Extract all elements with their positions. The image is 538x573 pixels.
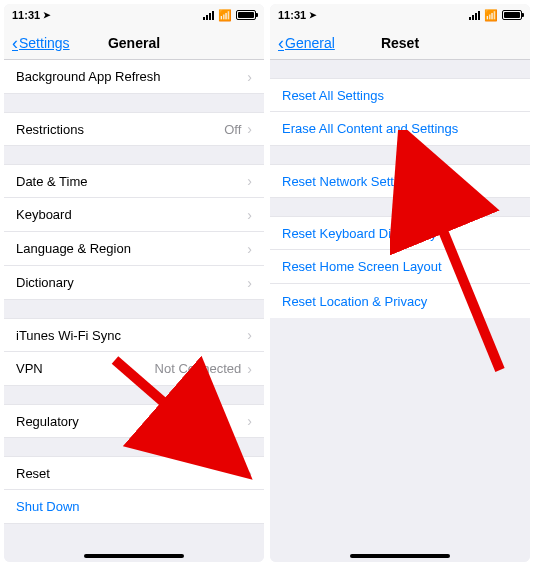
back-button-settings[interactable]: ‹ Settings: [12, 34, 70, 52]
back-label: General: [285, 35, 335, 51]
row-reset-all-settings[interactable]: Reset All Settings: [270, 78, 530, 112]
chevron-right-icon: ›: [247, 275, 252, 291]
chevron-left-icon: ‹: [278, 34, 284, 52]
row-reset-network-settings[interactable]: Reset Network Settings: [270, 164, 530, 198]
row-value: Off: [224, 122, 241, 137]
row-dictionary[interactable]: Dictionary ›: [4, 266, 264, 300]
row-background-app-refresh[interactable]: Background App Refresh ›: [4, 60, 264, 94]
home-indicator[interactable]: [350, 554, 450, 558]
row-label: iTunes Wi-Fi Sync: [16, 328, 247, 343]
wifi-icon: 📶: [218, 9, 232, 22]
row-reset-keyboard-dictionary[interactable]: Reset Keyboard Dictionary: [270, 216, 530, 250]
signal-icon: [203, 11, 214, 20]
phone-reset: 11:31 ➤ 📶 ‹ General Reset Reset All Sett…: [270, 4, 530, 562]
row-label: Reset Network Settings: [282, 174, 518, 189]
chevron-right-icon: ›: [247, 207, 252, 223]
row-label: Reset Keyboard Dictionary: [282, 226, 518, 241]
row-label: Reset Location & Privacy: [282, 294, 518, 309]
chevron-right-icon: ›: [247, 413, 252, 429]
row-vpn[interactable]: VPN Not Connected ›: [4, 352, 264, 386]
row-label: Background App Refresh: [16, 69, 247, 84]
chevron-left-icon: ‹: [12, 34, 18, 52]
row-itunes-wifi-sync[interactable]: iTunes Wi-Fi Sync ›: [4, 318, 264, 352]
nav-bar: ‹ Settings General: [4, 26, 264, 60]
content: Background App Refresh › Restrictions Of…: [4, 60, 264, 562]
row-reset-location-privacy[interactable]: Reset Location & Privacy: [270, 284, 530, 318]
back-label: Settings: [19, 35, 70, 51]
row-erase-all-content[interactable]: Erase All Content and Settings: [270, 112, 530, 146]
chevron-right-icon: ›: [247, 69, 252, 85]
row-label: Shut Down: [16, 499, 252, 514]
status-time: 11:31: [278, 9, 306, 21]
battery-icon: [236, 10, 256, 20]
phone-general: 11:31 ➤ 📶 ‹ Settings General Background …: [4, 4, 264, 562]
location-icon: ➤: [43, 10, 51, 20]
chevron-right-icon: ›: [247, 465, 252, 481]
chevron-right-icon: ›: [247, 173, 252, 189]
row-label: Restrictions: [16, 122, 224, 137]
status-time: 11:31: [12, 9, 40, 21]
row-reset-home-screen-layout[interactable]: Reset Home Screen Layout: [270, 250, 530, 284]
content: Reset All Settings Erase All Content and…: [270, 60, 530, 562]
row-label: Reset: [16, 466, 247, 481]
row-date-time[interactable]: Date & Time ›: [4, 164, 264, 198]
location-icon: ➤: [309, 10, 317, 20]
row-label: Keyboard: [16, 207, 247, 222]
row-restrictions[interactable]: Restrictions Off ›: [4, 112, 264, 146]
row-label: Date & Time: [16, 174, 247, 189]
nav-bar: ‹ General Reset: [270, 26, 530, 60]
row-label: VPN: [16, 361, 155, 376]
row-value: Not Connected: [155, 361, 242, 376]
row-reset[interactable]: Reset ›: [4, 456, 264, 490]
status-bar: 11:31 ➤ 📶: [4, 4, 264, 26]
row-label: Dictionary: [16, 275, 247, 290]
row-label: Erase All Content and Settings: [282, 121, 518, 136]
row-label: Regulatory: [16, 414, 247, 429]
status-bar: 11:31 ➤ 📶: [270, 4, 530, 26]
row-label: Reset Home Screen Layout: [282, 259, 518, 274]
chevron-right-icon: ›: [247, 327, 252, 343]
battery-icon: [502, 10, 522, 20]
wifi-icon: 📶: [484, 9, 498, 22]
row-shut-down[interactable]: Shut Down: [4, 490, 264, 524]
chevron-right-icon: ›: [247, 121, 252, 137]
back-button-general[interactable]: ‹ General: [278, 34, 335, 52]
row-label: Language & Region: [16, 241, 247, 256]
chevron-right-icon: ›: [247, 241, 252, 257]
home-indicator[interactable]: [84, 554, 184, 558]
row-label: Reset All Settings: [282, 88, 518, 103]
row-regulatory[interactable]: Regulatory ›: [4, 404, 264, 438]
chevron-right-icon: ›: [247, 361, 252, 377]
row-keyboard[interactable]: Keyboard ›: [4, 198, 264, 232]
row-language-region[interactable]: Language & Region ›: [4, 232, 264, 266]
signal-icon: [469, 11, 480, 20]
